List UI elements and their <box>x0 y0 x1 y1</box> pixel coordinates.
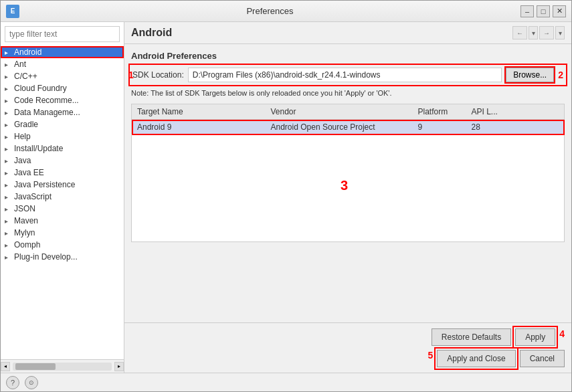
sidebar-item-label: Oomph <box>14 240 121 250</box>
apply-and-close-button[interactable]: Apply and Close <box>437 350 515 367</box>
sidebar-item-gradle[interactable]: ▸ Gradle <box>1 118 124 130</box>
expand-icon: ▸ <box>5 85 14 92</box>
cell-platform: 9 <box>413 120 466 135</box>
expand-icon: ▸ <box>5 109 14 116</box>
panel-title: Android <box>131 27 172 39</box>
maximize-button[interactable]: □ <box>537 5 550 17</box>
sidebar-item-label: Plug-in Develop... <box>14 252 121 262</box>
expand-icon: ▸ <box>5 97 14 104</box>
annotation-3: 3 <box>341 178 348 193</box>
sidebar-item-label: Data Manageme... <box>14 108 121 117</box>
col-header-vendor: Vendor <box>266 104 413 120</box>
sidebar-item-mylyn[interactable]: ▸ Mylyn <box>1 227 124 239</box>
content-area: ▸ Android ▸ Ant ▸ C/C++ ▸ Cloud Foundry … <box>1 22 571 373</box>
tree-view: ▸ Android ▸ Ant ▸ C/C++ ▸ Cloud Foundry … <box>1 46 124 359</box>
bottom-button-area: Restore Defaults Apply 4 5 Apply and Clo… <box>124 322 571 373</box>
sidebar-item-label: C/C++ <box>14 72 121 81</box>
sidebar-item-install-update[interactable]: ▸ Install/Update <box>1 142 124 155</box>
expand-icon: ▸ <box>5 145 14 153</box>
col-header-platform: Platform <box>413 104 466 120</box>
col-header-target: Target Name <box>132 104 266 120</box>
cell-api: 28 <box>466 120 565 135</box>
panel-content: Android Preferences 1 SDK Location: Brow… <box>124 44 571 322</box>
sidebar-item-java-persistence[interactable]: ▸ Java Persistence <box>1 179 124 191</box>
sidebar-item-label: JavaScript <box>14 192 121 201</box>
right-panel: Android ← ▾ → ▾ Android Preferences 1 SD… <box>124 22 571 373</box>
sidebar-item-cloud-foundry[interactable]: ▸ Cloud Foundry <box>1 82 124 94</box>
expand-icon: ▸ <box>5 169 14 177</box>
primary-button-row: Restore Defaults Apply 4 <box>131 328 565 346</box>
navigation-buttons: ← ▾ → ▾ <box>512 26 565 39</box>
window-title: Preferences <box>19 6 520 16</box>
preferences-window: E Preferences – □ ✕ ▸ Android ▸ Ant <box>0 0 572 392</box>
sidebar-item-label: Mylyn <box>14 228 121 237</box>
annotation-1: 1 <box>128 70 134 80</box>
sdk-path-input[interactable] <box>188 68 502 82</box>
cell-vendor: Android Open Source Project <box>266 120 413 135</box>
expand-icon: ▸ <box>5 73 14 80</box>
search-input[interactable] <box>5 26 120 42</box>
close-button[interactable]: ✕ <box>553 5 566 17</box>
cancel-button[interactable]: Cancel <box>520 350 565 367</box>
empty-table-area: 3 <box>131 135 565 242</box>
nav-back-dropdown[interactable]: ▾ <box>529 26 538 39</box>
sidebar-item-maven[interactable]: ▸ Maven <box>1 215 124 227</box>
sidebar-item-label: Ant <box>14 60 121 69</box>
expand-icon: ▸ <box>5 133 14 140</box>
sidebar-item-plugin-development[interactable]: ▸ Plug-in Develop... <box>1 251 124 263</box>
nav-forward-button[interactable]: → <box>539 26 554 39</box>
table-row[interactable]: Android 9 Android Open Source Project 9 … <box>132 120 565 135</box>
expand-icon: ▸ <box>5 157 14 165</box>
sidebar-item-ant[interactable]: ▸ Ant <box>1 58 124 70</box>
expand-icon: ▸ <box>5 254 14 261</box>
sidebar-item-label: Code Recomme... <box>14 96 121 105</box>
scroll-left-button[interactable]: ◂ <box>1 362 10 371</box>
panel-header: Android ← ▾ → ▾ <box>124 22 571 44</box>
help-bar: ? ⊙ <box>1 373 571 391</box>
expand-icon: ▸ <box>5 49 14 56</box>
sidebar-item-android[interactable]: ▸ Android <box>1 46 124 58</box>
sidebar-item-data-management[interactable]: ▸ Data Manageme... <box>1 106 124 118</box>
browse-button[interactable]: Browse... <box>506 68 554 82</box>
sidebar-item-java[interactable]: ▸ Java <box>1 155 124 167</box>
sidebar-item-label: Cloud Foundry <box>14 84 121 93</box>
info-button[interactable]: ⊙ <box>25 376 38 389</box>
title-bar: E Preferences – □ ✕ <box>1 1 571 22</box>
secondary-button-row: 5 Apply and Close Cancel <box>131 350 565 367</box>
section-heading: Android Preferences <box>131 51 565 61</box>
sidebar-item-json[interactable]: ▸ JSON <box>1 203 124 215</box>
expand-icon: ▸ <box>5 241 14 249</box>
sidebar-item-cpp[interactable]: ▸ C/C++ <box>1 70 124 82</box>
sidebar-item-label: Install/Update <box>14 144 121 153</box>
app-icon: E <box>6 5 19 18</box>
scroll-right-button[interactable]: ▸ <box>114 362 124 371</box>
targets-table: Target Name Vendor Platform API L... And… <box>131 104 565 135</box>
sidebar-item-java-ee[interactable]: ▸ Java EE <box>1 167 124 179</box>
expand-icon: ▸ <box>5 217 14 225</box>
restore-defaults-button[interactable]: Restore Defaults <box>432 328 511 346</box>
sidebar-item-javascript[interactable]: ▸ JavaScript <box>1 191 124 203</box>
nav-forward-dropdown[interactable]: ▾ <box>555 26 565 39</box>
horizontal-scrollbar[interactable]: ◂ ▸ <box>1 359 124 373</box>
left-panel: ▸ Android ▸ Ant ▸ C/C++ ▸ Cloud Foundry … <box>1 22 124 373</box>
expand-icon: ▸ <box>5 121 14 128</box>
scroll-track <box>13 363 112 371</box>
sidebar-item-label: Java EE <box>14 168 121 177</box>
sidebar-item-code-recommender[interactable]: ▸ Code Recomme... <box>1 94 124 106</box>
expand-icon: ▸ <box>5 181 14 189</box>
annotation-2: 2 <box>558 70 563 80</box>
nav-back-button[interactable]: ← <box>512 26 527 39</box>
scroll-thumb <box>15 363 56 370</box>
expand-icon: ▸ <box>5 205 14 213</box>
sdk-location-label: SDK Location: <box>132 70 184 80</box>
expand-icon: ▸ <box>5 229 14 237</box>
window-controls: – □ ✕ <box>520 5 566 17</box>
sidebar-item-help[interactable]: ▸ Help <box>1 130 124 142</box>
sidebar-item-label: Help <box>14 132 121 141</box>
help-button[interactable]: ? <box>6 376 19 389</box>
expand-icon: ▸ <box>5 61 14 68</box>
apply-button[interactable]: Apply <box>515 328 555 346</box>
sidebar-item-label: Gradle <box>14 120 121 129</box>
minimize-button[interactable]: – <box>520 5 534 17</box>
sidebar-item-oomph[interactable]: ▸ Oomph <box>1 239 124 251</box>
